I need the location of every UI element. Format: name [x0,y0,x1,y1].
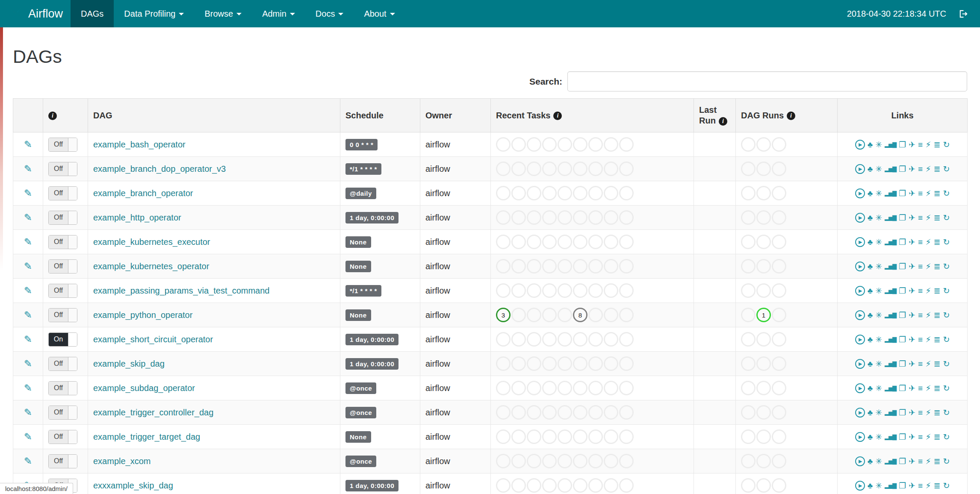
graph-view-icon[interactable]: ✳ [875,456,882,466]
graph-view-icon[interactable]: ✳ [875,262,882,271]
task-duration-icon[interactable]: ▂▅▇ [885,190,896,197]
graph-view-icon[interactable]: ✳ [875,188,882,198]
gantt-icon[interactable]: ≡ [918,262,923,271]
refresh-icon[interactable]: ↻ [943,188,950,198]
nav-item-admin[interactable]: Admin [252,0,305,27]
dag-pause-toggle[interactable]: On [48,332,77,347]
trigger-dag-icon[interactable]: ▶ [855,213,865,223]
task-tries-icon[interactable]: ❐ [899,335,906,344]
task-details-icon[interactable]: ≣ [933,140,940,150]
trigger-dag-icon[interactable]: ▶ [855,140,865,150]
refresh-icon[interactable]: ↻ [943,164,950,174]
gantt-icon[interactable]: ≡ [918,165,923,174]
info-icon[interactable]: i [48,112,57,120]
refresh-icon[interactable]: ↻ [943,335,950,344]
tree-view-icon[interactable]: ♣ [868,262,873,271]
schedule-badge[interactable]: @daily [345,188,376,199]
trigger-dag-icon[interactable]: ▶ [855,310,865,320]
refresh-icon[interactable]: ↻ [943,310,950,320]
logout-icon[interactable] [958,9,968,19]
gantt-icon[interactable]: ≡ [918,457,923,466]
search-input[interactable] [567,71,967,91]
recent-task-circle[interactable]: 8 [573,308,587,322]
edit-dag-icon[interactable]: ✎ [24,456,32,467]
task-duration-icon[interactable]: ▂▅▇ [885,385,896,391]
tree-view-icon[interactable]: ♣ [868,384,873,393]
code-view-icon[interactable]: ⚡ [925,481,931,491]
code-view-icon[interactable]: ⚡ [925,286,931,296]
task-details-icon[interactable]: ≣ [933,408,940,418]
dag-link[interactable]: example_branch_operator [93,188,193,198]
graph-view-icon[interactable]: ✳ [875,140,882,150]
dag-pause-toggle[interactable]: Off [48,357,77,371]
info-icon[interactable]: i [787,112,795,120]
nav-item-browse[interactable]: Browse [194,0,252,27]
landing-times-icon[interactable]: ✈ [909,140,915,150]
task-tries-icon[interactable]: ❐ [899,359,906,369]
dag-pause-toggle[interactable]: Off [48,406,77,420]
code-view-icon[interactable]: ⚡ [925,213,931,223]
task-tries-icon[interactable]: ❐ [899,262,906,271]
dag-pause-toggle[interactable]: Off [48,259,77,273]
landing-times-icon[interactable]: ✈ [909,188,915,198]
edit-dag-icon[interactable]: ✎ [24,334,32,345]
info-icon[interactable]: i [553,112,562,120]
refresh-icon[interactable]: ↻ [943,213,950,223]
refresh-icon[interactable]: ↻ [943,408,950,418]
graph-view-icon[interactable]: ✳ [875,286,882,296]
dag-link[interactable]: exxxample_skip_dag [93,481,173,490]
dag-pause-toggle[interactable]: Off [48,284,77,298]
nav-item-data-profiling[interactable]: Data Profiling [114,0,194,27]
refresh-icon[interactable]: ↻ [943,140,950,150]
tree-view-icon[interactable]: ♣ [868,311,873,320]
schedule-badge[interactable]: 0 0 * * * [345,139,378,150]
code-view-icon[interactable]: ⚡ [925,262,931,271]
schedule-badge[interactable]: None [345,309,371,321]
tree-view-icon[interactable]: ♣ [868,165,873,174]
edit-dag-icon[interactable]: ✎ [24,309,32,321]
gantt-icon[interactable]: ≡ [918,481,923,491]
schedule-badge[interactable]: @once [345,456,376,467]
task-details-icon[interactable]: ≣ [933,481,940,491]
edit-dag-icon[interactable]: ✎ [24,261,32,272]
task-tries-icon[interactable]: ❐ [899,188,906,198]
code-view-icon[interactable]: ⚡ [925,237,931,247]
task-duration-icon[interactable]: ▂▅▇ [885,239,896,245]
dag-pause-toggle[interactable]: Off [48,454,77,468]
tree-view-icon[interactable]: ♣ [868,359,873,369]
trigger-dag-icon[interactable]: ▶ [855,408,865,418]
info-icon[interactable]: i [719,117,727,126]
trigger-dag-icon[interactable]: ▶ [855,481,865,491]
dag-link[interactable]: example_subdag_operator [93,383,195,393]
trigger-dag-icon[interactable]: ▶ [855,456,865,466]
tree-view-icon[interactable]: ♣ [868,238,873,247]
graph-view-icon[interactable]: ✳ [875,310,882,320]
task-tries-icon[interactable]: ❐ [899,213,906,223]
landing-times-icon[interactable]: ✈ [909,408,915,418]
dag-link[interactable]: example_short_circuit_operator [93,335,213,344]
nav-item-docs[interactable]: Docs [305,0,354,27]
edit-dag-icon[interactable]: ✎ [24,163,32,174]
schedule-badge[interactable]: None [345,261,371,272]
landing-times-icon[interactable]: ✈ [909,286,915,296]
dag-link[interactable]: example_kubernetes_operator [93,262,209,271]
task-tries-icon[interactable]: ❐ [899,237,906,247]
nav-item-dags[interactable]: DAGs [71,0,114,27]
trigger-dag-icon[interactable]: ▶ [855,432,865,442]
gantt-icon[interactable]: ≡ [918,140,923,150]
task-tries-icon[interactable]: ❐ [899,432,906,442]
landing-times-icon[interactable]: ✈ [909,164,915,174]
code-view-icon[interactable]: ⚡ [925,383,931,393]
gantt-icon[interactable]: ≡ [918,335,923,344]
dag-link[interactable]: example_passing_params_via_test_command [93,286,269,295]
dag-link[interactable]: example_python_operator [93,310,192,320]
dag-pause-toggle[interactable]: Off [48,186,77,200]
landing-times-icon[interactable]: ✈ [909,237,915,247]
code-view-icon[interactable]: ⚡ [925,408,931,418]
task-duration-icon[interactable]: ▂▅▇ [885,361,896,367]
schedule-badge[interactable]: 1 day, 0:00:00 [345,358,398,370]
task-tries-icon[interactable]: ❐ [899,408,906,418]
refresh-icon[interactable]: ↻ [943,286,950,296]
trigger-dag-icon[interactable]: ▶ [855,383,865,393]
code-view-icon[interactable]: ⚡ [925,335,931,344]
